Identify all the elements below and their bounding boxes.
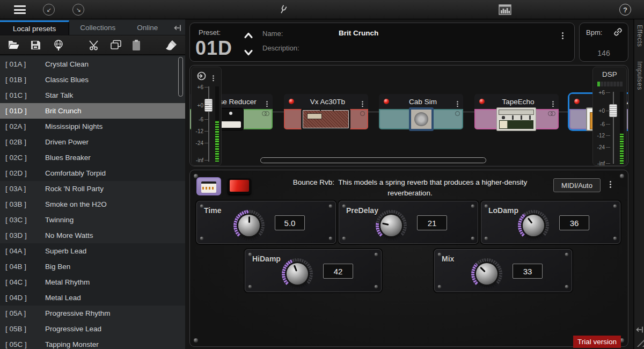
preset-row[interactable]: [ 03A ] Rock 'N Roll Party xyxy=(0,181,185,197)
signal-chain-panel: Noise Reducer Vx Ac30Tb Cab Sim xyxy=(189,65,628,166)
preset-row[interactable]: [ 01D ] Brit Crunch xyxy=(0,103,185,119)
trial-version-badge[interactable]: Trial version xyxy=(573,336,621,348)
bpm-value[interactable]: 146 xyxy=(580,49,628,57)
effect-thumbnail-button[interactable] xyxy=(196,177,221,195)
preset-row[interactable]: [ 03C ] Twinning xyxy=(0,212,185,228)
preset-row[interactable]: [ 01C ] Star Talk xyxy=(0,88,185,103)
paste-preset-icon[interactable] xyxy=(131,38,141,52)
preset-row[interactable]: [ 01A ] Crystal Clean xyxy=(0,56,185,72)
cut-preset-icon[interactable] xyxy=(89,38,100,52)
knob-panel: Time 5.0 xyxy=(196,201,336,244)
screw xyxy=(485,237,488,240)
effect-title: Cab Sim xyxy=(392,98,453,106)
knob-label: LoDamp xyxy=(488,206,518,215)
dsp-led xyxy=(604,82,606,86)
bypass-led[interactable] xyxy=(479,99,485,104)
preset-slot: [ 02C ] xyxy=(5,154,39,162)
preset-header-menu-icon[interactable] xyxy=(562,32,564,34)
knob-control[interactable] xyxy=(376,210,407,241)
effect-menu-icon[interactable] xyxy=(266,101,268,103)
copy-preset-icon[interactable] xyxy=(110,38,122,52)
output-fader-handle[interactable] xyxy=(609,104,617,117)
tab-effects[interactable]: Effects xyxy=(636,25,643,47)
meter-scale-tick xyxy=(204,87,209,88)
knob-label: Time xyxy=(204,206,221,215)
input-meter-fill xyxy=(215,120,219,162)
effect-card-header: Cab Sim xyxy=(379,94,463,109)
tab-collections[interactable]: Collections xyxy=(69,20,126,35)
preset-down-button[interactable] xyxy=(244,49,253,56)
preset-slot: [ 01C ] xyxy=(5,91,39,99)
preset-row[interactable]: [ 05B ] Progressive Lead xyxy=(0,321,185,337)
preset-row[interactable]: [ 04D ] Metal Lead xyxy=(0,290,185,306)
preset-list-scrollbar[interactable] xyxy=(178,57,183,97)
effect-thumbnail xyxy=(301,108,350,130)
save-preset-icon[interactable] xyxy=(30,38,43,52)
preset-row[interactable]: [ 04C ] Metal Rhythm xyxy=(0,274,185,290)
knob-value[interactable]: 5.0 xyxy=(275,215,305,230)
tuner-icon[interactable] xyxy=(278,4,289,15)
screw xyxy=(438,253,441,256)
preset-name: Blues Breaker xyxy=(45,154,91,162)
preset-row[interactable]: [ 05A ] Progressive Rhythm xyxy=(0,306,185,321)
preset-row[interactable]: [ 02B ] Driven Power xyxy=(0,134,185,150)
effect-card[interactable]: Cab Sim xyxy=(379,94,463,129)
screw xyxy=(620,174,624,178)
preset-row[interactable]: [ 04A ] Superb Lead xyxy=(0,243,185,259)
tab-online[interactable]: Online xyxy=(126,20,169,35)
effect-card[interactable]: TapeEcho xyxy=(474,94,559,129)
screw xyxy=(375,285,378,288)
preset-row[interactable]: [ 02C ] Blues Breaker xyxy=(0,150,185,165)
preset-name: Tapping Monster xyxy=(45,340,99,348)
editor-menu-icon[interactable] xyxy=(610,181,611,183)
redo-icon[interactable]: ↘ xyxy=(72,4,84,16)
chain-scrollbar[interactable] xyxy=(260,157,486,163)
knob-control[interactable] xyxy=(282,258,313,289)
effect-menu-icon[interactable] xyxy=(362,101,363,103)
knob-control[interactable] xyxy=(233,210,265,241)
knob-value[interactable]: 36 xyxy=(559,215,589,230)
clear-preset-icon[interactable] xyxy=(165,38,178,52)
preset-row[interactable]: [ 05C ] Tapping Monster xyxy=(0,337,185,349)
sidebar-collapse-button[interactable] xyxy=(173,20,185,35)
preset-row[interactable]: [ 03B ] Smoke on the H2O xyxy=(0,197,185,212)
tab-local-presets[interactable]: Local presets xyxy=(0,20,69,35)
knob-value[interactable]: 42 xyxy=(323,264,353,279)
power-switch[interactable] xyxy=(228,178,251,194)
tab-impulses[interactable]: Impulses xyxy=(636,61,643,90)
preset-row[interactable]: [ 04B ] Big Ben xyxy=(0,259,185,274)
input-menu-icon[interactable] xyxy=(213,75,214,77)
preset-row[interactable]: [ 03D ] No More Watts xyxy=(0,228,185,243)
meter-scale-label: +0 xyxy=(593,108,605,114)
bypass-led[interactable] xyxy=(384,99,389,104)
screw xyxy=(438,285,441,288)
bypass-led[interactable] xyxy=(574,99,580,104)
preset-up-button[interactable] xyxy=(244,32,253,39)
mixer-icon[interactable] xyxy=(499,4,511,16)
resize-grip[interactable] xyxy=(636,339,644,347)
help-icon[interactable]: ? xyxy=(619,4,631,16)
preset-row[interactable]: [ 02D ] Comfortably Torpid xyxy=(0,165,185,181)
menu-icon[interactable] xyxy=(14,5,26,14)
open-preset-icon[interactable] xyxy=(8,38,20,52)
effect-menu-icon[interactable] xyxy=(552,101,554,103)
meter-scale-tick xyxy=(606,111,610,111)
preset-row[interactable]: [ 01B ] Classic Blues xyxy=(0,72,185,88)
preset-slot: [ 01A ] xyxy=(5,60,39,68)
knob-value[interactable]: 33 xyxy=(513,264,543,279)
undo-icon[interactable]: ↙ xyxy=(43,4,55,16)
knob-control[interactable] xyxy=(471,258,502,289)
midi-auto-button[interactable]: MIDI/Auto xyxy=(553,178,601,192)
rail-collapse-button[interactable] xyxy=(635,325,644,334)
preset-name-value[interactable]: Brit Crunch xyxy=(339,29,378,37)
screw xyxy=(613,205,617,208)
effect-card[interactable]: Vx Ac30Tb xyxy=(284,94,368,129)
dsp-led xyxy=(617,82,619,86)
preset-row[interactable]: [ 02A ] Mississippi Nights xyxy=(0,119,185,134)
bpm-link-icon[interactable] xyxy=(613,27,623,37)
effect-menu-icon[interactable] xyxy=(457,101,458,103)
bypass-led[interactable] xyxy=(289,99,294,104)
knob-control[interactable] xyxy=(518,210,549,241)
knob-value[interactable]: 21 xyxy=(417,215,447,230)
upload-preset-icon[interactable] xyxy=(53,38,64,52)
